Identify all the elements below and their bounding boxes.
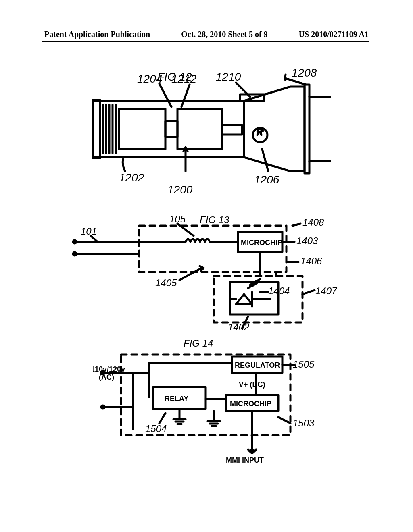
svg-rect-8	[165, 121, 177, 137]
fig13-ref-101: 101	[81, 226, 97, 237]
figure-13: FIG 13 101 105 1408 1403 1406 1407 1404 …	[69, 214, 343, 330]
page: Patent Application Publication Oct. 28, …	[0, 0, 413, 532]
figure-13-svg: FIG 13 101 105 1408 1403 1406 1407 1404 …	[69, 214, 343, 330]
fig12-ref-1202: 1202	[119, 171, 144, 184]
svg-rect-1	[93, 100, 100, 158]
fig13-label: FIG 13	[200, 214, 229, 225]
svg-rect-7	[119, 109, 165, 149]
fig12-ref-1208: 1208	[292, 69, 317, 79]
fig14-relay-label: RELAY	[165, 395, 188, 403]
fig13-ref-1405: 1405	[155, 277, 177, 288]
fig14-ac-label-line2: (AC)	[99, 373, 114, 381]
svg-line-52	[278, 417, 290, 423]
svg-point-18	[73, 240, 76, 243]
figure-14-svg: FIG 14 1505 1503 1504 REGULATOR MICROCHI…	[93, 335, 319, 468]
fig14-ref-1505: 1505	[293, 359, 315, 370]
fig12-ref-1204: 1204	[137, 73, 162, 85]
fig14-mmi-label: MMI INPUT	[226, 456, 264, 464]
fig13-ref-1408: 1408	[302, 217, 324, 228]
fig12-ref-1212: 1212	[171, 73, 197, 85]
svg-rect-9	[177, 109, 222, 149]
header-right: US 2010/0271109 A1	[299, 30, 369, 39]
header-left: Patent Application Publication	[44, 30, 150, 39]
figure-12: FIG 12 1204 1212 1210 1208 1202 1206 120…	[81, 69, 331, 197]
fig14-microchip-label: MICROCHIP	[230, 400, 271, 408]
fig13-ref-1404: 1404	[268, 285, 290, 296]
fig13-microchip-label: MICROCHIP	[241, 239, 282, 247]
fig12-ref-1206: 1206	[254, 173, 280, 186]
figure-12-svg: FIG 12 1204 1212 1210 1208 1202 1206 120…	[81, 69, 331, 197]
fig14-regulator-label: REGULATOR	[235, 361, 280, 369]
fig12-ref-1200: 1200	[167, 183, 193, 196]
svg-rect-10	[222, 125, 242, 135]
fig13-ref-1402: 1402	[228, 322, 249, 330]
fig14-ref-1504: 1504	[145, 423, 167, 434]
svg-point-19	[73, 252, 76, 256]
header-center: Oct. 28, 2010 Sheet 5 of 9	[181, 30, 267, 39]
svg-point-51	[250, 450, 254, 453]
fig13-ref-1403: 1403	[296, 235, 318, 246]
fig14-ac-label-line1: 110v/120v	[93, 365, 125, 373]
fig13-ref-1406: 1406	[300, 256, 322, 266]
page-header: Patent Application Publication Oct. 28, …	[0, 30, 413, 39]
fig14-ref-1503: 1503	[293, 418, 315, 428]
fig14-label: FIG 14	[184, 338, 213, 349]
svg-rect-11	[305, 85, 309, 173]
fig13-ref-105: 105	[169, 214, 186, 224]
fig14-vplus-label: V+ (DC)	[239, 380, 265, 389]
fig12-ref-1210: 1210	[216, 71, 241, 83]
header-rule	[42, 41, 369, 42]
fig13-ref-1407: 1407	[315, 285, 338, 296]
figure-14: FIG 14 1505 1503 1504 REGULATOR MICROCHI…	[93, 335, 319, 468]
